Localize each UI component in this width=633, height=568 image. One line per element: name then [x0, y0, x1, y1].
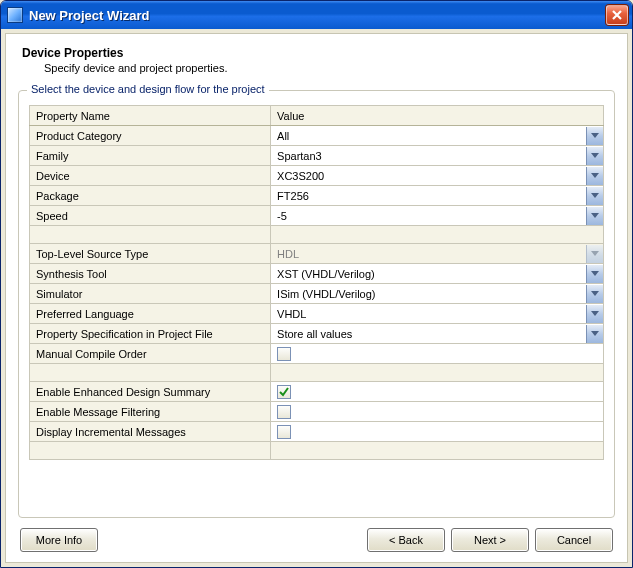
dropdown-simulator[interactable]: ISim (VHDL/Verilog): [271, 284, 603, 303]
property-value-property-specification-in-project-file: Store all values: [271, 324, 604, 344]
wizard-window: New Project Wizard Device Properties Spe…: [0, 0, 633, 568]
property-label-enable-message-filtering: Enable Message Filtering: [30, 402, 271, 422]
table-row: Top-Level Source TypeHDL: [30, 244, 604, 264]
dropdown-arrow-icon[interactable]: [586, 305, 603, 323]
dropdown-value: VHDL: [271, 308, 586, 320]
dropdown-value: All: [271, 130, 586, 142]
window-title: New Project Wizard: [29, 8, 606, 23]
dropdown-property-specification-in-project-file[interactable]: Store all values: [271, 324, 603, 343]
dropdown-value: -5: [271, 210, 586, 222]
dropdown-value: FT256: [271, 190, 586, 202]
property-label-device: Device: [30, 166, 271, 186]
table-row: PackageFT256: [30, 186, 604, 206]
checkbox[interactable]: [277, 385, 291, 399]
dropdown-value: ISim (VHDL/Verilog): [271, 288, 586, 300]
dropdown-arrow-icon[interactable]: [586, 187, 603, 205]
property-value-package: FT256: [271, 186, 604, 206]
column-header-name: Property Name: [30, 106, 271, 126]
property-label-family: Family: [30, 146, 271, 166]
dropdown-arrow-icon[interactable]: [586, 325, 603, 343]
spacer-row: [30, 226, 604, 244]
property-value-device: XC3S200: [271, 166, 604, 186]
checkbox[interactable]: [277, 405, 291, 419]
svg-marker-7: [591, 291, 599, 296]
table-row: Display Incremental Messages: [30, 422, 604, 442]
svg-marker-1: [591, 153, 599, 158]
cancel-button[interactable]: Cancel: [535, 528, 613, 552]
dropdown-synthesis-tool[interactable]: XST (VHDL/Verilog): [271, 264, 603, 283]
property-value-preferred-language: VHDL: [271, 304, 604, 324]
table-row: Property Specification in Project FileSt…: [30, 324, 604, 344]
dropdown-arrow-icon[interactable]: [586, 127, 603, 145]
dropdown-package[interactable]: FT256: [271, 186, 603, 205]
dropdown-top-level-source-type: HDL: [271, 244, 603, 263]
property-label-speed: Speed: [30, 206, 271, 226]
dropdown-product-category[interactable]: All: [271, 126, 603, 145]
property-label-product-category: Product Category: [30, 126, 271, 146]
more-info-button[interactable]: More Info: [20, 528, 98, 552]
property-label-simulator: Simulator: [30, 284, 271, 304]
dropdown-value: XST (VHDL/Verilog): [271, 268, 586, 280]
table-row: Speed-5: [30, 206, 604, 226]
dropdown-device[interactable]: XC3S200: [271, 166, 603, 185]
next-button[interactable]: Next >: [451, 528, 529, 552]
property-value-enable-message-filtering: [271, 402, 604, 422]
dropdown-value: HDL: [271, 248, 586, 260]
page-subtitle: Specify device and project properties.: [44, 62, 611, 74]
svg-marker-5: [591, 251, 599, 256]
table-row: DeviceXC3S200: [30, 166, 604, 186]
property-value-synthesis-tool: XST (VHDL/Verilog): [271, 264, 604, 284]
svg-marker-2: [591, 173, 599, 178]
dropdown-speed[interactable]: -5: [271, 206, 603, 225]
property-value-top-level-source-type: HDL: [271, 244, 604, 264]
dropdown-family[interactable]: Spartan3: [271, 146, 603, 165]
wizard-content: Device Properties Specify device and pro…: [5, 33, 628, 563]
back-button[interactable]: < Back: [367, 528, 445, 552]
dropdown-arrow-icon[interactable]: [586, 285, 603, 303]
dropdown-value: Spartan3: [271, 150, 586, 162]
page-title: Device Properties: [22, 46, 611, 60]
table-row: Enable Message Filtering: [30, 402, 604, 422]
dropdown-preferred-language[interactable]: VHDL: [271, 304, 603, 323]
property-value-speed: -5: [271, 206, 604, 226]
checkbox[interactable]: [277, 425, 291, 439]
close-button[interactable]: [606, 5, 628, 25]
table-row: Product CategoryAll: [30, 126, 604, 146]
property-label-preferred-language: Preferred Language: [30, 304, 271, 324]
property-label-display-incremental-messages: Display Incremental Messages: [30, 422, 271, 442]
dropdown-arrow-icon[interactable]: [586, 147, 603, 165]
properties-table: Property NameValueProduct CategoryAllFam…: [29, 105, 604, 460]
device-flow-group: Select the device and design flow for th…: [18, 90, 615, 518]
dropdown-arrow-icon[interactable]: [586, 207, 603, 225]
property-label-top-level-source-type: Top-Level Source Type: [30, 244, 271, 264]
checkbox[interactable]: [277, 347, 291, 361]
wizard-heading: Device Properties Specify device and pro…: [6, 46, 627, 84]
dropdown-arrow-icon[interactable]: [586, 167, 603, 185]
table-row: Enable Enhanced Design Summary: [30, 382, 604, 402]
dropdown-value: XC3S200: [271, 170, 586, 182]
group-legend: Select the device and design flow for th…: [27, 83, 269, 95]
property-label-synthesis-tool: Synthesis Tool: [30, 264, 271, 284]
table-row: FamilySpartan3: [30, 146, 604, 166]
titlebar: New Project Wizard: [1, 1, 632, 29]
close-icon: [611, 9, 623, 21]
property-label-package: Package: [30, 186, 271, 206]
property-value-enable-enhanced-design-summary: [271, 382, 604, 402]
spacer-row: [30, 364, 604, 382]
svg-marker-6: [591, 271, 599, 276]
table-row: Manual Compile Order: [30, 344, 604, 364]
column-header-value: Value: [271, 106, 604, 126]
property-value-product-category: All: [271, 126, 604, 146]
table-row: Synthesis ToolXST (VHDL/Verilog): [30, 264, 604, 284]
dropdown-value: Store all values: [271, 328, 586, 340]
dropdown-arrow-icon[interactable]: [586, 265, 603, 283]
svg-marker-4: [591, 213, 599, 218]
property-value-display-incremental-messages: [271, 422, 604, 442]
svg-marker-9: [591, 331, 599, 336]
property-value-family: Spartan3: [271, 146, 604, 166]
table-row: SimulatorISim (VHDL/Verilog): [30, 284, 604, 304]
property-label-enable-enhanced-design-summary: Enable Enhanced Design Summary: [30, 382, 271, 402]
svg-marker-0: [591, 133, 599, 138]
spacer-row: [30, 442, 604, 460]
property-label-property-specification-in-project-file: Property Specification in Project File: [30, 324, 271, 344]
